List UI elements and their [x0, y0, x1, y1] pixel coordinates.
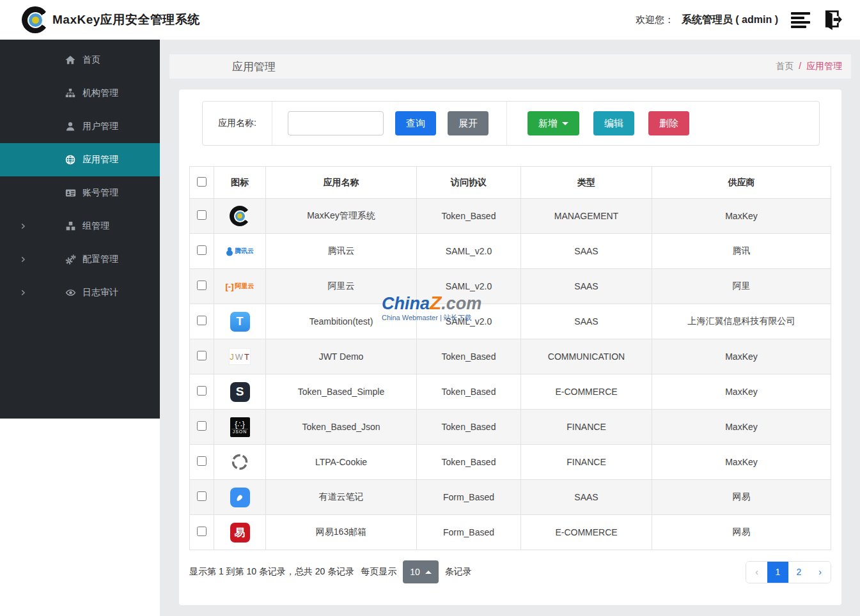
- sidebar-item-apps[interactable]: 应用管理: [0, 143, 160, 176]
- globe-icon: [64, 153, 77, 166]
- app-vendor: 网易: [652, 515, 831, 550]
- app-protocol: Token_Based: [417, 410, 521, 445]
- query-button[interactable]: 查询: [395, 111, 436, 135]
- row-checkbox[interactable]: [197, 316, 207, 325]
- page-header: 应用管理 首页 / 应用管理: [169, 54, 851, 79]
- chevron-right-icon: [19, 222, 27, 230]
- table-footer: 显示第 1 到第 10 条记录，总共 20 条记录 每页显示 10 条记录 ‹ …: [189, 560, 831, 583]
- ltpa-target-logo-icon: [230, 452, 249, 472]
- row-checkbox[interactable]: [197, 210, 207, 220]
- sidebar-item-label: 组管理: [82, 220, 109, 232]
- maxkey-logo-icon: [230, 206, 250, 226]
- app-type: FINANCE: [521, 445, 652, 480]
- table-row[interactable]: S Token_Based_Simple Token_Based E-COMME…: [190, 374, 831, 410]
- sidebar-item-org[interactable]: 机构管理: [0, 77, 160, 110]
- add-button[interactable]: 新增: [528, 111, 579, 135]
- table-row[interactable]: 有道云笔记 Form_Based SAAS 网易: [190, 480, 831, 515]
- sidebar-item-label: 账号管理: [82, 187, 118, 199]
- caret-down-icon: [562, 122, 568, 125]
- app-type: COMMUNICATION: [521, 339, 652, 374]
- sidebar-footer-area: [0, 419, 160, 616]
- expand-button[interactable]: 展开: [448, 111, 489, 135]
- table-row[interactable]: JWT JWT Demo Token_Based COMMUNICATION M…: [190, 339, 831, 374]
- caret-up-icon: [425, 571, 432, 574]
- jwt-logo-icon: JWT: [229, 348, 251, 365]
- eye-icon: [64, 286, 77, 299]
- col-icon: 图标: [214, 167, 266, 199]
- app-name-input[interactable]: [288, 111, 384, 135]
- chevron-right-icon: [19, 289, 27, 296]
- app-title: MaxKey应用安全管理系统: [52, 12, 200, 28]
- app-type: FINANCE: [521, 410, 652, 445]
- delete-button[interactable]: 删除: [648, 111, 689, 135]
- page-title: 应用管理: [232, 59, 276, 74]
- col-protocol: 访问协议: [417, 167, 521, 199]
- app-root: MaxKey应用安全管理系统 欢迎您： 系统管理员 ( admin ): [0, 0, 860, 616]
- row-checkbox[interactable]: [197, 245, 207, 255]
- breadcrumb: 首页 / 应用管理: [776, 61, 842, 72]
- sidebar-item-home[interactable]: 首页: [0, 43, 160, 77]
- user-icon: [64, 120, 77, 133]
- app-name: 腾讯云: [266, 234, 417, 269]
- row-checkbox[interactable]: [197, 281, 207, 290]
- app-type: SAAS: [521, 234, 652, 269]
- app-name: JWT Demo: [266, 339, 417, 374]
- sidebar-item-label: 配置管理: [82, 254, 118, 265]
- menu-list-icon[interactable]: [791, 12, 810, 28]
- pagination-prev[interactable]: ‹: [746, 562, 767, 583]
- table-row[interactable]: MaxKey管理系统 Token_Based MANAGEMENT MaxKey: [190, 199, 831, 234]
- row-checkbox[interactable]: [197, 386, 207, 396]
- brand: MaxKey应用安全管理系统: [22, 6, 200, 33]
- teambition-logo-icon: T: [230, 312, 250, 332]
- table-row[interactable]: 腾讯云 腾讯云 SAML_v2.0 SAAS 腾讯: [190, 234, 831, 269]
- table-row[interactable]: T Teambition(test) SAML_v2.0 SAAS 上海汇翼信息…: [190, 304, 831, 339]
- app-vendor: MaxKey: [652, 199, 831, 234]
- sidebar-item-label: 用户管理: [82, 121, 118, 132]
- row-checkbox[interactable]: [197, 491, 207, 501]
- row-checkbox[interactable]: [197, 351, 207, 360]
- logout-icon[interactable]: [818, 9, 842, 31]
- content-card: 应用名称: 查询 展开 新增: [179, 89, 841, 605]
- app-protocol: Token_Based: [417, 339, 521, 374]
- table-row[interactable]: [-]阿里云 阿里云 SAML_v2.0 SAAS 阿里: [190, 269, 831, 304]
- sidebar-item-label: 日志审计: [82, 287, 118, 298]
- app-type: SAAS: [521, 269, 652, 304]
- sidebar-item-label: 首页: [82, 54, 100, 66]
- row-checkbox[interactable]: [197, 527, 207, 536]
- per-page-dropdown[interactable]: 10: [403, 560, 439, 583]
- app-vendor: 阿里: [652, 269, 831, 304]
- app-name: 有道云笔记: [266, 480, 417, 515]
- sidebar: 首页 机构管理 用户管理: [0, 40, 160, 419]
- sidebar-item-audit[interactable]: 日志审计: [0, 276, 160, 309]
- row-checkbox[interactable]: [197, 456, 207, 466]
- pagination-page-1[interactable]: 1: [767, 562, 788, 583]
- pagination-next[interactable]: ›: [809, 562, 831, 583]
- app-vendor: MaxKey: [652, 339, 831, 374]
- maxkey-logo-icon: [22, 6, 49, 33]
- app-protocol: Form_Based: [417, 515, 521, 550]
- table-row[interactable]: LTPA-Cookie Token_Based FINANCE MaxKey: [190, 445, 831, 480]
- table-row[interactable]: 易 网易163邮箱 Form_Based E-COMMERCE 网易: [190, 515, 831, 550]
- select-all-checkbox[interactable]: [197, 177, 207, 187]
- sidebar-item-accounts[interactable]: 账号管理: [0, 176, 160, 210]
- records-summary: 显示第 1 到第 10 条记录，总共 20 条记录: [189, 566, 354, 578]
- app-name: MaxKey管理系统: [266, 199, 417, 234]
- app-protocol: SAML_v2.0: [417, 269, 521, 304]
- edit-button[interactable]: 编辑: [593, 111, 634, 135]
- app-vendor: 腾讯: [652, 234, 831, 269]
- per-page-label: 每页显示: [361, 566, 396, 578]
- table-row[interactable]: {∴}JSON Token_Based_Json Token_Based FIN…: [190, 410, 831, 445]
- top-bar: MaxKey应用安全管理系统 欢迎您： 系统管理员 ( admin ): [0, 0, 860, 40]
- tencent-cloud-logo-icon: 腾讯云: [226, 247, 254, 256]
- sidebar-item-groups[interactable]: 组管理: [0, 210, 160, 243]
- breadcrumb-home-link[interactable]: 首页: [776, 61, 794, 71]
- row-checkbox[interactable]: [197, 421, 207, 431]
- sidebar-item-config[interactable]: 配置管理: [0, 243, 160, 276]
- sidebar-item-users[interactable]: 用户管理: [0, 110, 160, 143]
- pagination-page-2[interactable]: 2: [788, 562, 809, 583]
- app-protocol: SAML_v2.0: [417, 304, 521, 339]
- cubes-icon: [64, 220, 77, 233]
- app-name: LTPA-Cookie: [266, 445, 417, 480]
- app-type: SAAS: [521, 480, 652, 515]
- col-vendor: 供应商: [652, 167, 831, 199]
